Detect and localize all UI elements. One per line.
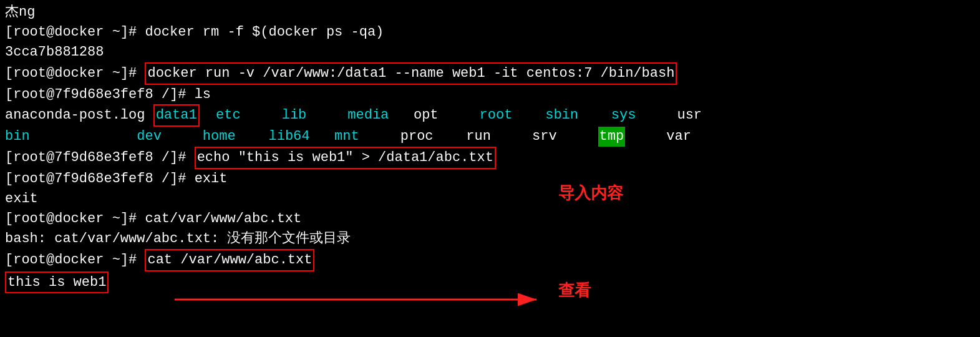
boxed-command: cat /var/www/abc.txt bbox=[145, 249, 314, 271]
annotation-view: 查看 bbox=[558, 280, 591, 301]
ls-item: etc bbox=[200, 105, 282, 125]
ls-item-tmp: tmp bbox=[598, 127, 626, 147]
ls-item: media bbox=[347, 105, 414, 125]
command-text: docker rm -f $(docker ps -qa) bbox=[145, 22, 384, 42]
ls-item: srv bbox=[532, 127, 598, 147]
prompt: [root@7f9d68e3fef8 /]# bbox=[5, 85, 195, 105]
prompt: [root@docker ~]# bbox=[5, 209, 145, 229]
ls-item: mnt bbox=[334, 127, 400, 147]
command-text: exit bbox=[195, 169, 228, 189]
output-text: exit bbox=[5, 189, 38, 209]
ls-item: sbin bbox=[545, 105, 611, 125]
boxed-command: echo "this is web1" > /data1/abc.txt bbox=[195, 147, 496, 169]
line-ls-row2: bin dev home lib64 mnt proc run srv tmp … bbox=[5, 127, 975, 147]
command-text: ls bbox=[195, 85, 211, 105]
output-text: 3cca7b881288 bbox=[5, 42, 104, 62]
ls-item: var bbox=[625, 127, 691, 147]
ls-item: anaconda-post.log bbox=[5, 105, 153, 125]
prompt: [root@docker ~]# bbox=[5, 64, 145, 84]
line-container-id: 3cca7b881288 bbox=[5, 42, 975, 62]
prompt: [root@7f9d68e3fef8 /]# bbox=[5, 169, 195, 189]
line-ls-row1: anaconda-post.log data1 etc lib media op… bbox=[5, 104, 975, 127]
prompt: [root@docker ~]# bbox=[5, 22, 145, 42]
terminal: 杰ng [root@docker ~]# docker rm -f $(dock… bbox=[5, 2, 975, 293]
prompt: [root@7f9d68e3fef8 /]# bbox=[5, 148, 195, 168]
ls-item: opt bbox=[414, 105, 480, 125]
ls-item: root bbox=[480, 105, 546, 125]
command-text: cat/var/www/abc.txt bbox=[145, 209, 301, 229]
line-partial-top: 杰ng bbox=[5, 2, 975, 22]
output-text: bash: cat/var/www/abc.txt: 没有那个文件或目录 bbox=[5, 229, 351, 249]
line-docker-rm: [root@docker ~]# docker rm -f $(docker p… bbox=[5, 22, 975, 42]
ls-item: lib bbox=[282, 105, 348, 125]
ls-item: proc bbox=[400, 127, 467, 147]
ls-item: lib64 bbox=[268, 127, 334, 147]
line-exit-prompt: [root@7f9d68e3fef8 /]# exit bbox=[5, 169, 975, 189]
annotation-import: 导入内容 bbox=[558, 182, 623, 204]
boxed-command: docker run -v /var/www:/data1 --name web… bbox=[145, 62, 677, 85]
prompt: [root@docker ~]# bbox=[5, 250, 145, 270]
line-ls: [root@7f9d68e3fef8 /]# ls bbox=[5, 85, 975, 105]
line-cat-correct: [root@docker ~]# cat /var/www/abc.txt bbox=[5, 249, 975, 271]
ls-item: bin bbox=[5, 127, 137, 147]
line-cat-wrong: [root@docker ~]# cat/var/www/abc.txt bbox=[5, 209, 975, 229]
line-docker-run: [root@docker ~]# docker run -v /var/www:… bbox=[5, 62, 975, 85]
ls-item: run bbox=[466, 127, 532, 147]
line-exit-output: exit bbox=[5, 189, 975, 209]
ls-item: sys bbox=[611, 105, 677, 125]
line-bash-error: bash: cat/var/www/abc.txt: 没有那个文件或目录 bbox=[5, 229, 975, 249]
ls-item: home bbox=[203, 127, 269, 147]
ls-item: usr bbox=[677, 105, 702, 125]
ls-item: dev bbox=[137, 127, 203, 147]
line-echo: [root@7f9d68e3fef8 /]# echo "this is web… bbox=[5, 147, 975, 169]
ls-item-data1: data1 bbox=[153, 104, 200, 127]
arrow-view bbox=[168, 281, 555, 318]
boxed-output: this is web1 bbox=[5, 271, 109, 294]
partial-text: 杰ng bbox=[5, 2, 35, 22]
